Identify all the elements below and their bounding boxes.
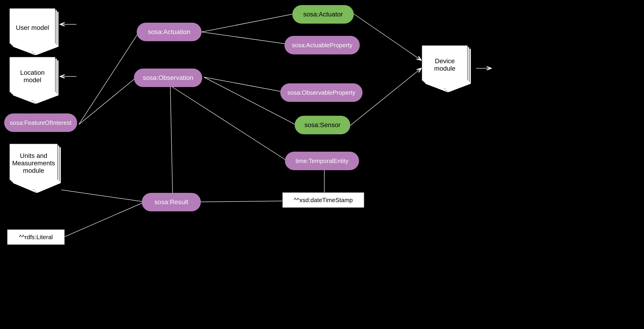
sosa-sensor-node: sosa:Sensor [295, 116, 350, 134]
time-temporal-entity-node: time:TemporalEntity [285, 152, 359, 170]
location-model-label: Location model [9, 57, 56, 101]
svg-line-12 [62, 190, 145, 202]
sosa-actuation-node: sosa:Actuation [137, 23, 202, 41]
xsd-datetime-node: ^^xsd:dateTimeStamp [282, 192, 364, 208]
svg-line-7 [204, 77, 283, 92]
device-module-node: Device module [422, 45, 472, 94]
sosa-observable-property-node: sosa:ObservableProperty [280, 83, 362, 102]
sosa-result-node: sosa:Result [142, 193, 201, 211]
svg-line-11 [65, 202, 145, 237]
svg-line-8 [204, 77, 297, 125]
rdfs-literal-node: ^^rdfs:Literal [7, 229, 65, 245]
svg-line-6 [79, 77, 137, 125]
user-model-label: User model [9, 8, 56, 52]
units-measurements-node: Units and Measurements module [9, 144, 62, 197]
svg-line-13 [200, 201, 285, 202]
svg-line-16 [354, 14, 421, 60]
device-module-label: Device module [422, 45, 468, 89]
diagram-canvas: User model Location model sosa:FeatureOf… [0, 0, 644, 329]
sosa-feature-of-interest-node: sosa:FeatureOfInterest [4, 113, 77, 132]
svg-line-9 [170, 86, 288, 161]
svg-line-4 [202, 14, 294, 32]
location-model-node: Location model [9, 57, 60, 105]
svg-line-3 [79, 32, 139, 125]
svg-line-10 [170, 86, 172, 193]
user-model-node: User model [9, 8, 60, 57]
svg-line-5 [202, 32, 287, 44]
sosa-actuator-node: sosa:Actuator [292, 5, 354, 24]
sosa-actuable-property-node: sosa:ActuableProperty [284, 36, 360, 54]
sosa-observation-node: sosa:Observation [134, 68, 202, 87]
